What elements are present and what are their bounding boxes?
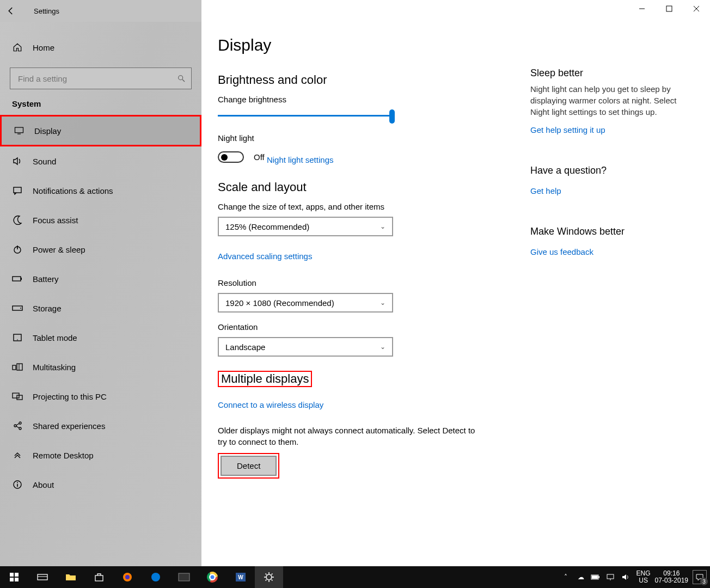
text-size-value: 125% (Recommended)	[225, 222, 309, 231]
store-icon	[94, 572, 104, 582]
resolution-value: 1920 × 1080 (Recommended)	[225, 298, 334, 308]
sidebar-item-label: About	[33, 480, 54, 489]
nav-list: DisplaySoundNotifications & actionsFocus…	[0, 115, 201, 499]
chevron-down-icon: ⌄	[380, 343, 385, 351]
arrow-left-icon	[6, 6, 16, 16]
sidebar-item-label: Display	[34, 126, 61, 136]
tray-chevron-icon[interactable]: ˄	[560, 573, 571, 581]
night-light-label: Night light	[218, 133, 479, 143]
home-label: Home	[33, 43, 54, 52]
task-view-button[interactable]	[28, 566, 57, 588]
volume-icon[interactable]	[621, 573, 632, 581]
file-explorer-button[interactable]	[57, 566, 85, 588]
sleep-help-link[interactable]: Get help setting it up	[530, 125, 605, 134]
sidebar-item-storage[interactable]: Storage	[0, 293, 201, 323]
action-center-button[interactable]: 3	[693, 570, 707, 584]
svg-line-24	[16, 426, 19, 428]
svg-rect-32	[38, 574, 47, 580]
sidebar-item-label: Shared experiences	[33, 421, 105, 431]
network-icon[interactable]	[606, 573, 617, 581]
windows-icon	[10, 573, 19, 581]
sidebar-item-remote-desktop[interactable]: Remote Desktop	[0, 440, 201, 470]
terminal-button[interactable]	[170, 566, 198, 588]
svg-point-27	[17, 482, 18, 483]
sidebar-item-battery[interactable]: Battery	[0, 264, 201, 293]
search-input[interactable]	[17, 74, 177, 84]
toggle-pill[interactable]	[218, 151, 244, 163]
sidebar-item-focus-assist[interactable]: Focus assist	[0, 205, 201, 235]
store-button[interactable]	[85, 566, 113, 588]
sleep-better-text: Night light can help you get to sleep by…	[530, 83, 688, 118]
language-indicator[interactable]: ENG US	[636, 570, 651, 584]
orientation-label: Orientation	[218, 322, 479, 332]
feedback-link[interactable]: Give us feedback	[530, 247, 593, 256]
svg-rect-28	[10, 573, 14, 577]
moon-icon	[12, 215, 23, 225]
toggle-knob	[221, 154, 228, 161]
edge-button[interactable]	[142, 566, 170, 588]
search-box[interactable]	[10, 68, 192, 89]
sidebar-item-sound[interactable]: Sound	[0, 146, 201, 176]
svg-rect-1	[666, 6, 672, 11]
svg-text:W: W	[238, 574, 243, 580]
orientation-combo[interactable]: Landscape ⌄	[218, 337, 393, 357]
wireless-display-link[interactable]: Connect to a wireless display	[218, 400, 323, 409]
feedback-heading: Make Windows better	[530, 226, 688, 237]
minimize-button[interactable]	[628, 0, 656, 17]
sidebar-item-label: Sound	[33, 157, 56, 166]
titlebar: Settings	[0, 0, 710, 22]
svg-point-37	[151, 573, 160, 581]
advanced-scaling-link[interactable]: Advanced scaling settings	[218, 252, 312, 261]
night-light-toggle[interactable]: Off	[218, 151, 265, 163]
slider-thumb[interactable]	[389, 109, 395, 124]
text-size-combo[interactable]: 125% (Recommended) ⌄	[218, 217, 393, 236]
svg-point-12	[20, 308, 21, 309]
battery-tray-icon[interactable]	[591, 574, 602, 580]
word-button[interactable]: W	[227, 566, 255, 588]
svg-point-36	[125, 575, 130, 579]
settings-taskbar-button[interactable]	[255, 566, 283, 588]
night-light-settings-link[interactable]: Night light settings	[267, 155, 334, 164]
sidebar-item-tablet-mode[interactable]: Tablet mode	[0, 323, 201, 352]
highlight-box: Multiple displays	[218, 371, 312, 387]
side-column: Sleep better Night light can help you ge…	[530, 65, 688, 262]
close-button[interactable]	[683, 0, 710, 17]
brightness-slider[interactable]	[218, 109, 395, 122]
maximize-button[interactable]	[656, 0, 683, 17]
svg-rect-29	[15, 573, 19, 577]
taskbar: W ˄ ☁ ENG US 09:16 07-03-2019 3	[0, 566, 710, 588]
svg-rect-15	[13, 365, 16, 370]
sidebar-item-projecting-to-this-pc[interactable]: Projecting to this PC	[0, 382, 201, 411]
svg-rect-10	[21, 278, 22, 280]
chrome-button[interactable]	[198, 566, 227, 588]
svg-rect-31	[15, 578, 19, 581]
svg-rect-16	[17, 364, 22, 370]
sidebar-item-shared-experiences[interactable]: Shared experiences	[0, 411, 201, 440]
svg-rect-9	[13, 277, 21, 281]
back-button[interactable]	[0, 0, 22, 22]
sidebar: Home System DisplaySoundNotifications & …	[0, 22, 201, 566]
get-help-link[interactable]: Get help	[530, 186, 561, 195]
sidebar-item-notifications-actions[interactable]: Notifications & actions	[0, 176, 201, 205]
home-nav[interactable]: Home	[0, 33, 201, 62]
scale-heading: Scale and layout	[218, 180, 479, 194]
onedrive-icon[interactable]: ☁	[576, 573, 586, 581]
share-icon	[12, 420, 23, 431]
slider-track	[218, 115, 395, 117]
notifications-icon	[12, 185, 23, 196]
sidebar-item-power-sleep[interactable]: Power & sleep	[0, 235, 201, 264]
resolution-combo[interactable]: 1920 × 1080 (Recommended) ⌄	[218, 293, 393, 313]
orientation-value: Landscape	[225, 342, 265, 352]
window-title: Settings	[34, 7, 59, 15]
firefox-button[interactable]	[113, 566, 142, 588]
sidebar-item-label: Battery	[33, 274, 59, 284]
taskview-icon	[37, 573, 48, 581]
lang-bottom: US	[636, 577, 651, 584]
info-icon	[12, 479, 23, 490]
clock[interactable]: 09:16 07-03-2019	[655, 570, 688, 584]
detect-button[interactable]: Detect	[221, 456, 277, 476]
sidebar-item-about[interactable]: About	[0, 470, 201, 499]
sidebar-item-display[interactable]: Display	[0, 115, 201, 146]
sidebar-item-multitasking[interactable]: Multitasking	[0, 352, 201, 382]
start-button[interactable]	[0, 566, 28, 588]
